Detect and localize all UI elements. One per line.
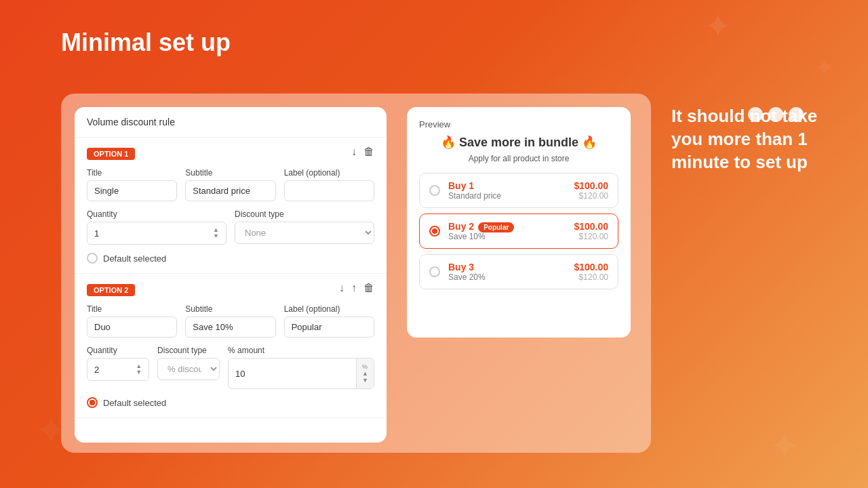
- option-1-discount-select[interactable]: None % discount Fixed amount: [235, 222, 374, 244]
- bundle-item-2[interactable]: Buy 2Popular$100.00Save 10%$120.00: [419, 214, 618, 249]
- preview-panel: Preview 🔥 Save more in bundle 🔥 Apply fo…: [407, 107, 631, 338]
- option-1-discount-label: Discount type: [235, 209, 374, 219]
- delete-icon-2[interactable]: 🗑: [363, 282, 374, 294]
- option-1-field-row-2: Quantity ▲▼ Discount type None % discoun…: [87, 209, 374, 245]
- bundle-item-price-2: $100.00: [574, 221, 608, 232]
- option-2-discount-label: Discount type: [157, 346, 220, 355]
- page-title: Minimal set up: [61, 28, 231, 57]
- bundle-item-orig-price-3: $120.00: [579, 272, 608, 282]
- bundle-item-radio-2[interactable]: [429, 226, 440, 237]
- sparkle-decoration-2: ✦: [814, 54, 834, 81]
- option-2-percent-input[interactable]: [229, 364, 356, 384]
- bundle-item-desc-1: Standard price: [448, 191, 501, 201]
- bundle-item-content-3: Buy 3$100.00Save 20%$120.00: [448, 262, 608, 282]
- right-side-text: It should not take you more than 1 minut…: [671, 105, 841, 174]
- preview-subtitle: Apply for all product in store: [419, 154, 618, 163]
- bundle-item-price-3: $100.00: [574, 262, 608, 272]
- option-1-label-label: Label (optional): [284, 168, 374, 178]
- bundle-item-radio-1[interactable]: [429, 185, 440, 196]
- option-2-title-input[interactable]: [87, 317, 177, 338]
- bundle-item-name-2: Buy 2Popular: [448, 221, 514, 232]
- option-2-percent-wrapper[interactable]: %▲▼: [228, 358, 374, 389]
- option-2-quantity-group: Quantity ▲▼: [87, 346, 149, 381]
- bundle-item-title-row-2: Buy 2Popular$100.00: [448, 221, 608, 232]
- bundle-item-desc-3: Save 20%: [448, 272, 486, 282]
- option-2-actions: ↓ ↑ 🗑: [339, 282, 374, 294]
- option-2-percent-group: % amount %▲▼: [228, 346, 374, 389]
- bundle-item-sub-row-2: Save 10%$120.00: [448, 232, 608, 241]
- option-2-badge: OPTION 2: [87, 284, 135, 296]
- option-2-quantity-label: Quantity: [87, 346, 149, 355]
- option-1-default-label: Default selected: [103, 253, 166, 264]
- option-2-subtitle-group: Subtitle: [185, 304, 275, 338]
- option-2-section: OPTION 2 ↓ ↑ 🗑 Title Subtitle Label (opt…: [75, 274, 387, 418]
- preview-label: Preview: [419, 119, 618, 129]
- bundle-item-orig-price-2: $120.00: [579, 232, 608, 241]
- percent-symbol: %▲▼: [356, 359, 374, 388]
- sparkle-decoration-4: ✦: [769, 424, 800, 468]
- option-2-default-row: Default selected: [87, 397, 374, 408]
- bundle-item-popular-badge-2: Popular: [478, 222, 514, 232]
- bundle-item-orig-price-1: $120.00: [579, 191, 608, 201]
- bundle-item-content-1: Buy 1$100.00Standard price$120.00: [448, 180, 608, 201]
- option-1-section: OPTION 1 ↓ 🗑 Title Subtitle Label (optio…: [75, 138, 387, 274]
- option-2-label-input[interactable]: [284, 317, 374, 338]
- left-panel: Volume discount rule OPTION 1 ↓ 🗑 Title …: [75, 107, 387, 443]
- option-2-quantity-spinner[interactable]: ▲▼: [87, 358, 149, 381]
- option-1-label-group: Label (optional): [284, 168, 374, 201]
- option-2-quantity-input[interactable]: [94, 365, 123, 375]
- bundle-item-title-row-1: Buy 1$100.00: [448, 180, 608, 191]
- move-up-icon-2[interactable]: ↑: [351, 282, 357, 294]
- option-1-subtitle-label: Subtitle: [185, 168, 275, 178]
- option-2-label-label: Label (optional): [284, 304, 374, 314]
- option-2-subtitle-input[interactable]: [185, 317, 275, 338]
- option-2-discount-select[interactable]: % discount None Fixed amount: [157, 358, 220, 380]
- bundle-item-sub-row-1: Standard price$120.00: [448, 191, 608, 201]
- option-1-subtitle-group: Subtitle: [185, 168, 275, 201]
- option-1-radio[interactable]: [87, 253, 98, 264]
- option-1-quantity-spinner[interactable]: ▲▼: [87, 222, 226, 245]
- bundle-item-name-3: Buy 3: [448, 262, 474, 272]
- option-2-quantity-arrows: ▲▼: [136, 363, 142, 375]
- option-1-label-input[interactable]: [284, 180, 374, 201]
- option-1-title-input[interactable]: [87, 180, 177, 201]
- bundle-item-content-2: Buy 2Popular$100.00Save 10%$120.00: [448, 221, 608, 241]
- move-down-icon-2[interactable]: ↓: [339, 282, 344, 294]
- option-2-subtitle-label: Subtitle: [185, 304, 275, 314]
- option-2-field-row-2: Quantity ▲▼ Discount type % discount Non…: [87, 346, 374, 389]
- delete-icon[interactable]: 🗑: [363, 146, 374, 158]
- option-2-title-label: Title: [87, 304, 177, 314]
- bundle-item-3[interactable]: Buy 3$100.00Save 20%$120.00: [419, 254, 618, 289]
- option-2-radio[interactable]: [87, 397, 98, 408]
- bundle-item-radio-3[interactable]: [429, 266, 440, 277]
- option-2-discount-group: Discount type % discount None Fixed amou…: [157, 346, 220, 380]
- panel-header: Volume discount rule: [75, 107, 387, 138]
- option-1-quantity-group: Quantity ▲▼: [87, 209, 226, 245]
- bundle-item-name-1: Buy 1: [448, 180, 474, 191]
- option-1-discount-group: Discount type None % discount Fixed amou…: [235, 209, 374, 244]
- bundle-item-sub-row-3: Save 20%$120.00: [448, 272, 608, 282]
- bundle-item-desc-2: Save 10%: [448, 232, 486, 241]
- option-2-label-group: Label (optional): [284, 304, 374, 338]
- option-1-quantity-arrows: ▲▼: [213, 227, 219, 239]
- option-1-badge: OPTION 1: [87, 148, 135, 160]
- option-1-actions: ↓ 🗑: [351, 146, 374, 158]
- option-2-default-label: Default selected: [103, 398, 166, 408]
- option-1-quantity-input[interactable]: [94, 228, 169, 239]
- option-1-subtitle-input[interactable]: [185, 180, 275, 201]
- option-2-field-row-1: Title Subtitle Label (optional): [87, 304, 374, 338]
- option-1-default-row: Default selected: [87, 253, 374, 264]
- bundle-item-price-1: $100.00: [574, 180, 608, 191]
- option-1-title-label: Title: [87, 168, 177, 178]
- option-1-field-row-1: Title Subtitle Label (optional): [87, 168, 374, 201]
- move-down-icon[interactable]: ↓: [351, 146, 357, 158]
- sparkle-decoration-1: ✦: [704, 7, 732, 46]
- bundle-item-title-row-3: Buy 3$100.00: [448, 262, 608, 272]
- bundle-item-1[interactable]: Buy 1$100.00Standard price$120.00: [419, 173, 618, 208]
- option-2-percent-label: % amount: [228, 346, 374, 355]
- preview-title: 🔥 Save more in bundle 🔥: [419, 135, 618, 150]
- option-2-title-group: Title: [87, 304, 177, 338]
- option-1-quantity-label: Quantity: [87, 209, 226, 219]
- option-1-title-group: Title: [87, 168, 177, 201]
- bundle-items-container: Buy 1$100.00Standard price$120.00Buy 2Po…: [419, 173, 618, 289]
